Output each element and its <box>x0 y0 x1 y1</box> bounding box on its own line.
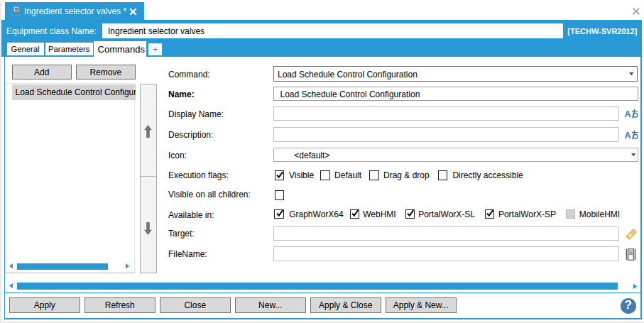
svg-text:A: A <box>625 130 631 140</box>
svg-text:A: A <box>625 109 631 119</box>
